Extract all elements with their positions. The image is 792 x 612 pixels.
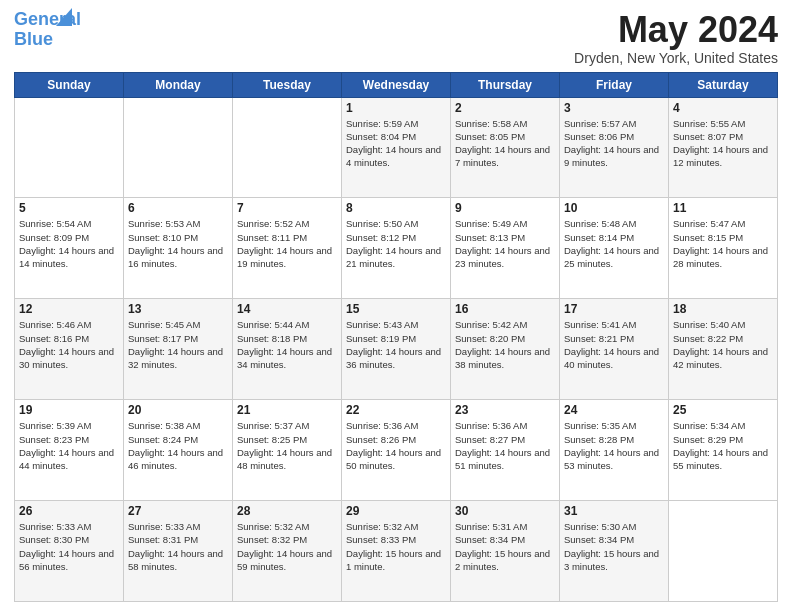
logo: GeneralBlue — [14, 10, 81, 50]
calendar-cell: 6Sunrise: 5:53 AM Sunset: 8:10 PM Daylig… — [124, 198, 233, 299]
day-info: Sunrise: 5:54 AM Sunset: 8:09 PM Dayligh… — [19, 217, 119, 270]
calendar-cell: 27Sunrise: 5:33 AM Sunset: 8:31 PM Dayli… — [124, 501, 233, 602]
day-info: Sunrise: 5:49 AM Sunset: 8:13 PM Dayligh… — [455, 217, 555, 270]
calendar-cell — [124, 97, 233, 198]
header: GeneralBlue May 2024 Dryden, New York, U… — [14, 10, 778, 66]
day-number: 1 — [346, 101, 446, 115]
week-row-4: 26Sunrise: 5:33 AM Sunset: 8:30 PM Dayli… — [15, 501, 778, 602]
calendar-cell: 11Sunrise: 5:47 AM Sunset: 8:15 PM Dayli… — [669, 198, 778, 299]
calendar-cell: 4Sunrise: 5:55 AM Sunset: 8:07 PM Daylig… — [669, 97, 778, 198]
day-number: 4 — [673, 101, 773, 115]
day-info: Sunrise: 5:41 AM Sunset: 8:21 PM Dayligh… — [564, 318, 664, 371]
day-number: 3 — [564, 101, 664, 115]
day-number: 2 — [455, 101, 555, 115]
calendar-cell: 28Sunrise: 5:32 AM Sunset: 8:32 PM Dayli… — [233, 501, 342, 602]
calendar-cell — [669, 501, 778, 602]
day-number: 22 — [346, 403, 446, 417]
calendar-cell: 19Sunrise: 5:39 AM Sunset: 8:23 PM Dayli… — [15, 400, 124, 501]
day-number: 10 — [564, 201, 664, 215]
day-number: 14 — [237, 302, 337, 316]
day-number: 11 — [673, 201, 773, 215]
day-info: Sunrise: 5:59 AM Sunset: 8:04 PM Dayligh… — [346, 117, 446, 170]
day-number: 31 — [564, 504, 664, 518]
day-info: Sunrise: 5:52 AM Sunset: 8:11 PM Dayligh… — [237, 217, 337, 270]
calendar-cell: 24Sunrise: 5:35 AM Sunset: 8:28 PM Dayli… — [560, 400, 669, 501]
day-info: Sunrise: 5:31 AM Sunset: 8:34 PM Dayligh… — [455, 520, 555, 573]
calendar-cell: 18Sunrise: 5:40 AM Sunset: 8:22 PM Dayli… — [669, 299, 778, 400]
day-info: Sunrise: 5:40 AM Sunset: 8:22 PM Dayligh… — [673, 318, 773, 371]
calendar-cell: 15Sunrise: 5:43 AM Sunset: 8:19 PM Dayli… — [342, 299, 451, 400]
days-of-week-row: SundayMondayTuesdayWednesdayThursdayFrid… — [15, 72, 778, 97]
day-number: 17 — [564, 302, 664, 316]
day-info: Sunrise: 5:32 AM Sunset: 8:33 PM Dayligh… — [346, 520, 446, 573]
day-info: Sunrise: 5:48 AM Sunset: 8:14 PM Dayligh… — [564, 217, 664, 270]
logo-icon — [56, 8, 116, 28]
calendar-cell: 26Sunrise: 5:33 AM Sunset: 8:30 PM Dayli… — [15, 501, 124, 602]
calendar-cell: 20Sunrise: 5:38 AM Sunset: 8:24 PM Dayli… — [124, 400, 233, 501]
calendar-cell — [15, 97, 124, 198]
day-info: Sunrise: 5:33 AM Sunset: 8:31 PM Dayligh… — [128, 520, 228, 573]
calendar-cell: 29Sunrise: 5:32 AM Sunset: 8:33 PM Dayli… — [342, 501, 451, 602]
day-header-friday: Friday — [560, 72, 669, 97]
day-info: Sunrise: 5:58 AM Sunset: 8:05 PM Dayligh… — [455, 117, 555, 170]
calendar-cell: 31Sunrise: 5:30 AM Sunset: 8:34 PM Dayli… — [560, 501, 669, 602]
day-number: 5 — [19, 201, 119, 215]
calendar-cell: 2Sunrise: 5:58 AM Sunset: 8:05 PM Daylig… — [451, 97, 560, 198]
day-info: Sunrise: 5:45 AM Sunset: 8:17 PM Dayligh… — [128, 318, 228, 371]
day-number: 6 — [128, 201, 228, 215]
calendar-header: SundayMondayTuesdayWednesdayThursdayFrid… — [15, 72, 778, 97]
day-info: Sunrise: 5:53 AM Sunset: 8:10 PM Dayligh… — [128, 217, 228, 270]
day-info: Sunrise: 5:39 AM Sunset: 8:23 PM Dayligh… — [19, 419, 119, 472]
calendar-cell: 17Sunrise: 5:41 AM Sunset: 8:21 PM Dayli… — [560, 299, 669, 400]
day-info: Sunrise: 5:37 AM Sunset: 8:25 PM Dayligh… — [237, 419, 337, 472]
day-info: Sunrise: 5:38 AM Sunset: 8:24 PM Dayligh… — [128, 419, 228, 472]
day-info: Sunrise: 5:47 AM Sunset: 8:15 PM Dayligh… — [673, 217, 773, 270]
day-number: 19 — [19, 403, 119, 417]
calendar-cell — [233, 97, 342, 198]
calendar-cell: 21Sunrise: 5:37 AM Sunset: 8:25 PM Dayli… — [233, 400, 342, 501]
day-info: Sunrise: 5:35 AM Sunset: 8:28 PM Dayligh… — [564, 419, 664, 472]
day-header-sunday: Sunday — [15, 72, 124, 97]
calendar-table: SundayMondayTuesdayWednesdayThursdayFrid… — [14, 72, 778, 602]
day-info: Sunrise: 5:46 AM Sunset: 8:16 PM Dayligh… — [19, 318, 119, 371]
month-title: May 2024 — [574, 10, 778, 50]
svg-marker-0 — [56, 8, 72, 26]
title-block: May 2024 Dryden, New York, United States — [574, 10, 778, 66]
calendar-cell: 16Sunrise: 5:42 AM Sunset: 8:20 PM Dayli… — [451, 299, 560, 400]
day-number: 27 — [128, 504, 228, 518]
day-number: 30 — [455, 504, 555, 518]
day-number: 26 — [19, 504, 119, 518]
day-number: 24 — [564, 403, 664, 417]
day-info: Sunrise: 5:50 AM Sunset: 8:12 PM Dayligh… — [346, 217, 446, 270]
day-header-tuesday: Tuesday — [233, 72, 342, 97]
page-container: GeneralBlue May 2024 Dryden, New York, U… — [0, 0, 792, 612]
day-info: Sunrise: 5:44 AM Sunset: 8:18 PM Dayligh… — [237, 318, 337, 371]
day-info: Sunrise: 5:34 AM Sunset: 8:29 PM Dayligh… — [673, 419, 773, 472]
week-row-1: 5Sunrise: 5:54 AM Sunset: 8:09 PM Daylig… — [15, 198, 778, 299]
day-info: Sunrise: 5:57 AM Sunset: 8:06 PM Dayligh… — [564, 117, 664, 170]
calendar-cell: 8Sunrise: 5:50 AM Sunset: 8:12 PM Daylig… — [342, 198, 451, 299]
calendar-cell: 3Sunrise: 5:57 AM Sunset: 8:06 PM Daylig… — [560, 97, 669, 198]
day-number: 23 — [455, 403, 555, 417]
day-number: 25 — [673, 403, 773, 417]
day-header-monday: Monday — [124, 72, 233, 97]
calendar-cell: 30Sunrise: 5:31 AM Sunset: 8:34 PM Dayli… — [451, 501, 560, 602]
calendar-cell: 13Sunrise: 5:45 AM Sunset: 8:17 PM Dayli… — [124, 299, 233, 400]
day-number: 18 — [673, 302, 773, 316]
calendar-cell: 22Sunrise: 5:36 AM Sunset: 8:26 PM Dayli… — [342, 400, 451, 501]
day-number: 29 — [346, 504, 446, 518]
calendar-cell: 7Sunrise: 5:52 AM Sunset: 8:11 PM Daylig… — [233, 198, 342, 299]
day-number: 8 — [346, 201, 446, 215]
day-number: 7 — [237, 201, 337, 215]
calendar-cell: 5Sunrise: 5:54 AM Sunset: 8:09 PM Daylig… — [15, 198, 124, 299]
calendar-cell: 14Sunrise: 5:44 AM Sunset: 8:18 PM Dayli… — [233, 299, 342, 400]
calendar-cell: 23Sunrise: 5:36 AM Sunset: 8:27 PM Dayli… — [451, 400, 560, 501]
location: Dryden, New York, United States — [574, 50, 778, 66]
day-number: 12 — [19, 302, 119, 316]
day-number: 9 — [455, 201, 555, 215]
day-header-wednesday: Wednesday — [342, 72, 451, 97]
day-info: Sunrise: 5:32 AM Sunset: 8:32 PM Dayligh… — [237, 520, 337, 573]
week-row-3: 19Sunrise: 5:39 AM Sunset: 8:23 PM Dayli… — [15, 400, 778, 501]
day-info: Sunrise: 5:36 AM Sunset: 8:26 PM Dayligh… — [346, 419, 446, 472]
calendar-cell: 12Sunrise: 5:46 AM Sunset: 8:16 PM Dayli… — [15, 299, 124, 400]
